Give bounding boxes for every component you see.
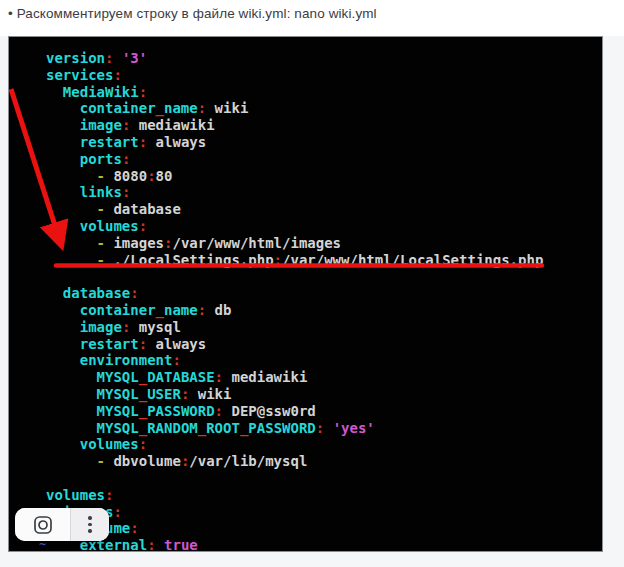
- code-token: ROOT: [206, 420, 240, 436]
- image-options-button[interactable]: [71, 508, 109, 541]
- code-token: [46, 453, 97, 469]
- code-token: volumes: [80, 436, 139, 452]
- code-line: environment:: [46, 352, 543, 369]
- code-line: links:: [46, 184, 543, 201]
- code-token: MYSQL: [97, 420, 139, 436]
- code-token: :: [130, 285, 138, 301]
- terminal-screenshot: version: '3'services: MediaWiki: contain…: [8, 36, 603, 552]
- camera-lens-icon: [32, 514, 54, 536]
- code-line: - images:/var/www/html/images: [46, 235, 543, 252]
- code-token: images: [113, 235, 164, 251]
- code-token: mediawiki: [223, 369, 307, 385]
- code-line: version: '3': [46, 50, 543, 67]
- code-token: _: [198, 420, 206, 436]
- code-token: [46, 352, 80, 368]
- code-token: container: [80, 302, 156, 318]
- code-line: MYSQL_USER: wiki: [46, 386, 543, 403]
- code-token: container: [80, 100, 156, 116]
- code-token: -: [97, 168, 114, 184]
- code-token: DEP@ssw0rd: [223, 403, 316, 419]
- code-token: [46, 319, 80, 335]
- code-token: [46, 420, 97, 436]
- code-token: [46, 201, 97, 217]
- code-token: _: [156, 100, 164, 116]
- code-line: [46, 268, 543, 285]
- code-token: [46, 386, 97, 402]
- code-token: restart: [80, 336, 139, 352]
- code-line: image: mediawiki: [46, 117, 543, 134]
- code-token: db: [206, 302, 231, 318]
- code-token: :: [139, 336, 147, 352]
- code-token: :: [147, 168, 155, 184]
- code-token: name: [164, 100, 198, 116]
- code-token: wiki: [206, 100, 248, 116]
- code-token: mediawiki: [130, 117, 214, 133]
- code-token: :: [122, 184, 130, 200]
- code-token: -: [97, 235, 114, 251]
- code-line: MediaWiki:: [46, 84, 543, 101]
- code-token: DATABASE: [147, 369, 214, 385]
- code-line: - dbvolume:/var/lib/mysql: [46, 453, 543, 470]
- code-token: :: [139, 84, 147, 100]
- code-token: volumes: [80, 218, 139, 234]
- code-token: dbvolume: [113, 453, 180, 469]
- code-line: restart: always: [46, 336, 543, 353]
- code-line: dbvolume:: [46, 520, 543, 537]
- code-token: restart: [80, 134, 139, 150]
- code-token: version: [46, 50, 105, 66]
- terminal-code: version: '3'services: MediaWiki: contain…: [46, 50, 543, 552]
- code-token: [46, 369, 97, 385]
- code-token: /var/www/html/LocalSettings.php: [282, 252, 543, 268]
- code-token: wiki: [189, 386, 231, 402]
- code-token: 'yes': [324, 420, 375, 436]
- code-token: image: [80, 319, 122, 335]
- code-line: MYSQL_PASSWORD: DEP@ssw0rd: [46, 403, 543, 420]
- code-line: database:: [46, 285, 543, 302]
- code-token: :: [147, 537, 155, 552]
- code-token: links: [80, 184, 122, 200]
- code-line: services:: [46, 67, 543, 84]
- code-token: /var/www/html/images: [172, 235, 341, 251]
- code-token: [46, 151, 80, 167]
- code-token: :: [139, 134, 147, 150]
- code-token: [46, 117, 80, 133]
- code-token: database: [113, 201, 180, 217]
- code-line: volumes:: [46, 218, 543, 235]
- code-token: ./LocalSettings.php: [113, 252, 273, 268]
- code-token: image: [80, 117, 122, 133]
- code-token: [46, 134, 80, 150]
- code-line: [46, 470, 543, 487]
- code-token: _: [156, 302, 164, 318]
- code-line: restart: always: [46, 134, 543, 151]
- lens-search-button[interactable]: [15, 508, 70, 541]
- code-line: MYSQL_DATABASE: mediawiki: [46, 369, 543, 386]
- code-token: -: [97, 453, 114, 469]
- code-token: [46, 100, 80, 116]
- code-token: services: [46, 67, 113, 83]
- code-token: '3': [113, 50, 147, 66]
- code-token: mysql: [130, 319, 181, 335]
- code-token: [46, 235, 97, 251]
- code-token: [46, 84, 63, 100]
- code-token: MediaWiki: [63, 84, 139, 100]
- code-token: :: [139, 218, 147, 234]
- code-line: volumes:: [46, 436, 543, 453]
- code-token: [46, 168, 97, 184]
- code-token: :: [215, 403, 223, 419]
- code-token: ports: [80, 151, 122, 167]
- code-token: -: [97, 201, 114, 217]
- code-token: volumes: [46, 487, 105, 503]
- code-line: images:: [46, 504, 543, 521]
- code-token: always: [147, 134, 206, 150]
- code-token: -: [97, 252, 114, 268]
- code-line: - database: [46, 201, 543, 218]
- code-token: [46, 184, 80, 200]
- code-token: /var/lib/mysql: [189, 453, 307, 469]
- code-token: [46, 252, 97, 268]
- code-token: :: [122, 151, 130, 167]
- code-token: :: [172, 352, 180, 368]
- code-token: PASSWORD: [147, 403, 214, 419]
- code-token: :: [198, 100, 206, 116]
- note-bullet-text: • Раскомментируем строку в файле wiki.ym…: [8, 6, 377, 21]
- code-line: container_name: wiki: [46, 100, 543, 117]
